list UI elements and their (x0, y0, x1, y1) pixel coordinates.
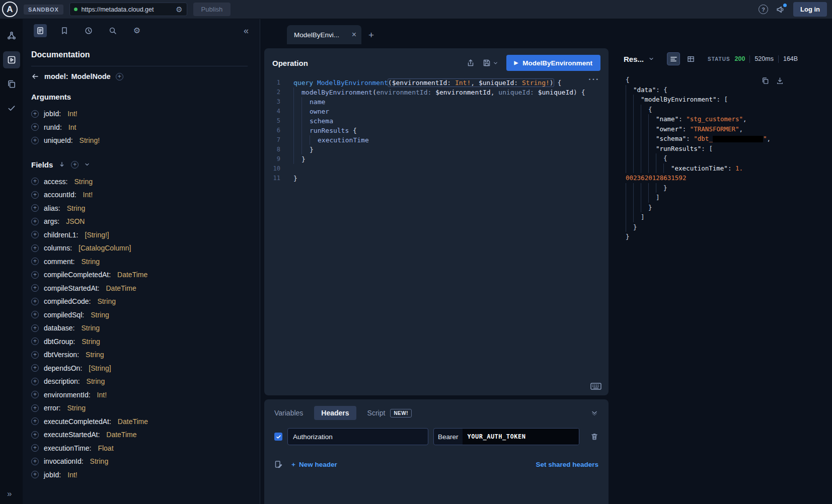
saved-operations-icon[interactable] (58, 24, 71, 37)
share-operation-icon[interactable] (467, 59, 475, 67)
field-type[interactable]: String (90, 457, 109, 465)
table-view-icon[interactable] (684, 52, 697, 65)
add-to-query-icon[interactable]: + (31, 471, 39, 478)
copy-response-icon[interactable] (762, 77, 769, 85)
doc-field-row[interactable]: +runId:Int (31, 121, 248, 134)
operations-nav-icon[interactable] (3, 75, 20, 93)
doc-field-row[interactable]: +uniqueId:String! (31, 134, 248, 147)
field-type[interactable]: String (74, 178, 93, 186)
collapse-panel-icon[interactable] (590, 409, 598, 417)
add-to-query-icon[interactable]: + (31, 271, 39, 279)
graphql-editor[interactable]: 1234567891011 query ModelByEnvironment($… (264, 76, 609, 395)
field-type[interactable]: String (82, 338, 100, 346)
doc-field-row[interactable]: +dependsOn:[String] (31, 362, 248, 375)
add-to-query-icon[interactable]: + (31, 311, 39, 318)
field-type[interactable]: Int! (97, 391, 107, 399)
doc-field-row[interactable]: +access:String (31, 175, 248, 189)
header-enabled-checkbox[interactable] (274, 433, 282, 441)
doc-field-row[interactable]: +dbtVersion:String (31, 348, 248, 362)
help-icon[interactable]: ? (759, 5, 768, 14)
doc-field-row[interactable]: +childrenL1:[String!] (31, 228, 248, 242)
delete-header-icon[interactable] (590, 433, 598, 441)
new-tab-icon[interactable]: + (368, 30, 374, 44)
field-type[interactable]: Int! (83, 191, 93, 199)
publish-button[interactable]: Publish (193, 3, 231, 16)
field-type[interactable]: [String] (89, 364, 111, 372)
add-to-query-icon[interactable]: + (31, 324, 39, 332)
doc-field-row[interactable]: +dbtGroup:String (31, 335, 248, 349)
field-type[interactable]: String (81, 258, 100, 266)
add-to-query-icon[interactable]: + (31, 123, 39, 131)
add-to-query-icon[interactable]: + (31, 458, 39, 465)
field-type[interactable]: DateTime (118, 417, 148, 426)
documentation-tab-icon[interactable] (34, 24, 47, 37)
field-type[interactable]: Int! (67, 471, 77, 479)
settings-gear-icon[interactable]: ⚙ (130, 24, 143, 37)
new-header-button[interactable]: + New header (291, 461, 337, 468)
field-type[interactable]: DateTime (117, 271, 147, 279)
field-type[interactable]: JSON (66, 217, 85, 225)
add-to-query-icon[interactable]: + (31, 338, 39, 345)
doc-field-row[interactable]: +environmentId:Int! (31, 388, 248, 402)
doc-field-row[interactable]: +compiledSql:String (31, 308, 248, 322)
login-button[interactable]: Log in (793, 2, 827, 17)
header-name-input[interactable] (287, 428, 428, 445)
field-type[interactable]: String (67, 404, 86, 412)
doc-field-row[interactable]: +jobId:Int! (31, 468, 248, 482)
endpoint-url-box[interactable]: https://metadata.cloud.get ⚙ (69, 3, 187, 16)
add-to-query-icon[interactable]: + (31, 231, 39, 238)
add-to-query-icon[interactable]: + (31, 431, 39, 439)
operation-tab[interactable]: ModelByEnvi... × (287, 25, 361, 44)
doc-field-row[interactable]: +compiledCode:String (31, 295, 248, 308)
add-to-query-icon[interactable]: + (31, 244, 39, 252)
endpoint-url[interactable]: https://metadata.cloud.get (82, 6, 172, 13)
doc-field-row[interactable]: +executionTime:Float (31, 442, 248, 455)
field-type[interactable]: String (91, 311, 109, 319)
header-value-field[interactable]: Bearer YOUR_AUTH_TOKEN (433, 428, 579, 445)
add-to-query-icon[interactable]: + (31, 218, 39, 225)
add-to-query-icon[interactable]: + (31, 258, 39, 265)
add-to-query-icon[interactable]: + (31, 284, 39, 292)
field-type[interactable]: [CatalogColumn] (79, 244, 131, 252)
doc-field-row[interactable]: +args:JSON (31, 215, 248, 228)
collapse-docs-icon[interactable]: « (244, 26, 249, 36)
add-all-fields-icon[interactable]: + (71, 161, 79, 169)
expand-rail-icon[interactable]: » (0, 489, 12, 499)
field-type[interactable]: String (87, 377, 105, 385)
field-type[interactable]: DateTime (106, 431, 136, 439)
add-to-query-icon[interactable]: + (31, 404, 39, 412)
doc-field-row[interactable]: +alias:String (31, 202, 248, 215)
response-view-chevron-icon[interactable] (648, 56, 654, 62)
announcements-icon[interactable] (776, 5, 785, 14)
tab-headers[interactable]: Headers (314, 406, 356, 420)
add-to-query-icon[interactable]: + (31, 351, 39, 359)
editor-menu-icon[interactable]: ••• (588, 77, 599, 82)
add-to-query-icon[interactable]: + (31, 137, 39, 144)
docs-nav-type[interactable]: ModelNode (71, 72, 111, 80)
add-to-query-icon[interactable]: + (31, 364, 39, 372)
add-to-query-icon[interactable]: + (31, 191, 39, 199)
search-icon[interactable] (106, 24, 119, 37)
field-type[interactable]: String (82, 324, 100, 332)
doc-field-row[interactable]: +accountId:Int! (31, 188, 248, 202)
field-type[interactable]: [String!] (85, 231, 109, 239)
run-operation-button[interactable]: ▶ ModelByEnvironment (506, 55, 600, 71)
add-to-query-icon[interactable]: + (31, 298, 39, 305)
tab-variables[interactable]: Variables (274, 409, 303, 417)
add-to-query-icon[interactable]: + (31, 391, 39, 398)
add-to-query-icon[interactable]: + (31, 444, 39, 452)
doc-field-row[interactable]: +compileCompletedAt:DateTime (31, 268, 248, 282)
add-to-query-icon[interactable]: + (31, 204, 39, 212)
back-arrow-icon[interactable] (31, 72, 39, 80)
auth-token-value[interactable]: YOUR_AUTH_TOKEN (463, 429, 579, 445)
fields-options-chevron-icon[interactable] (84, 161, 90, 167)
field-type[interactable]: String (86, 351, 104, 359)
explorer-nav-icon[interactable] (3, 51, 20, 68)
connection-settings-icon[interactable]: ⚙ (176, 6, 182, 13)
apollo-logo[interactable]: A (2, 2, 18, 17)
editor-code[interactable]: query ModelByEnvironment($environmentId:… (286, 78, 609, 395)
save-operation-button[interactable] (483, 59, 498, 67)
set-shared-headers-link[interactable]: Set shared headers (536, 461, 598, 468)
field-type[interactable]: Int (68, 123, 77, 131)
doc-field-row[interactable]: +compileStartedAt:DateTime (31, 282, 248, 295)
